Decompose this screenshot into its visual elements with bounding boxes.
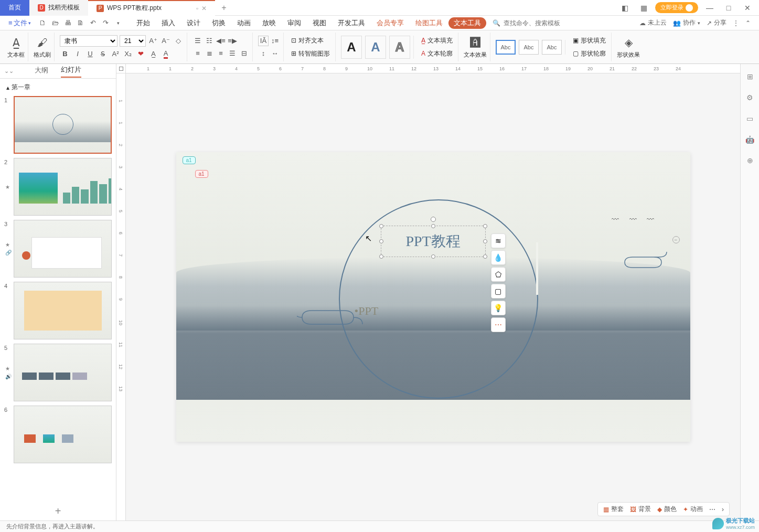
shape-style-2[interactable]: Abc (519, 40, 539, 55)
qat-redo[interactable]: ↷ (100, 17, 112, 29)
more-menu[interactable]: ⋮ (733, 19, 739, 27)
tab-template[interactable]: D 找稻壳模板 (29, 0, 88, 16)
slide-thumb-3[interactable] (14, 220, 112, 278)
smart-shape-button[interactable]: ⊞ 转智能图形 (289, 48, 332, 59)
tab-close-icon[interactable]: ✕ (201, 5, 207, 12)
slide-thumb-5[interactable] (14, 344, 112, 401)
qat-save[interactable]: 🗋 (37, 17, 49, 29)
suite-button[interactable]: ▦整套 (603, 505, 624, 514)
shape-fill-button[interactable]: ▣ 形状填充 (571, 35, 608, 46)
slide-canvas[interactable]: a1 a1 〰 〰 〰 PPT教程 (176, 152, 690, 442)
tab-home[interactable]: 首页 (0, 0, 29, 16)
login-button[interactable]: 立即登录 (655, 2, 698, 13)
rs-slides[interactable]: ▭ (744, 112, 756, 125)
ruler-horizontal[interactable]: 1123456789101112131415161718192021222324 (126, 64, 740, 73)
slide-item-5[interactable]: 5 ★🔊 (4, 344, 112, 401)
menu-tab-drawtools[interactable]: 绘图工具 (410, 16, 448, 30)
sel-handle-bl[interactable] (379, 254, 383, 259)
rs-help[interactable]: ⊕ (744, 154, 756, 167)
slide-thumb-2[interactable] (14, 158, 112, 216)
collapse-ribbon[interactable]: ⌃ (745, 19, 751, 27)
panel-tab-outline[interactable]: 大纲 (35, 66, 48, 77)
align-left[interactable]: ≡ (193, 48, 203, 59)
file-menu[interactable]: ≡ 文件 ▾ (2, 18, 37, 28)
clear-format[interactable]: ◇ (173, 36, 184, 46)
slide-thumb-4[interactable] (14, 282, 112, 339)
menu-tab-design[interactable]: 设计 (181, 16, 206, 30)
font-color2-button[interactable]: A (161, 49, 171, 59)
shape-style-3[interactable]: Abc (542, 40, 562, 55)
distribute[interactable]: ⊟ (239, 48, 249, 59)
slide-item-1[interactable]: 1 (4, 96, 112, 154)
slides-list[interactable]: 1 2 ★ 3 ★🔗 4 (0, 96, 116, 502)
slide-item-2[interactable]: 2 ★ (4, 158, 112, 216)
format-painter-button[interactable]: 🖌 格式刷 (34, 35, 51, 59)
more-options[interactable]: ⋯ (709, 506, 715, 513)
menu-tab-slideshow[interactable]: 放映 (256, 16, 282, 30)
italic-button[interactable]: I (72, 49, 83, 59)
search-box[interactable]: 🔍 (493, 19, 566, 27)
float-eyedropper[interactable]: 💧 (491, 250, 506, 265)
layout-icon[interactable]: ◧ (617, 1, 632, 15)
animation-button[interactable]: ✦动画 (683, 505, 703, 514)
share-button[interactable]: ↗ 分享 (707, 18, 726, 27)
underline-button[interactable]: U (85, 49, 95, 59)
panel-collapse[interactable]: ⌄⌄ (4, 68, 14, 75)
rotation-handle[interactable] (431, 217, 436, 222)
panel-tab-slides[interactable]: 幻灯片 (61, 65, 81, 78)
text-outline-button[interactable]: A 文本轮廓 (419, 48, 455, 59)
rs-design[interactable]: ⊞ (744, 70, 756, 83)
apps-icon[interactable]: ▦ (636, 1, 651, 15)
rs-settings[interactable]: ⚙ (744, 91, 756, 104)
menu-tab-transition[interactable]: 切换 (206, 16, 231, 30)
indent-dec[interactable]: ◀≡ (216, 36, 226, 46)
menu-tab-member[interactable]: 会员专享 (371, 16, 410, 30)
float-frame[interactable]: ▢ (491, 284, 506, 299)
strike-button[interactable]: S̶ (98, 49, 108, 59)
shape-style-1[interactable]: Abc (496, 40, 516, 55)
menu-tab-start[interactable]: 开始 (131, 16, 156, 30)
indent-inc[interactable]: ≡▶ (227, 36, 238, 46)
textbox-button[interactable]: A̲ 文本框 (7, 35, 25, 59)
background-button[interactable]: 🖼背景 (630, 505, 651, 514)
color-button[interactable]: ◆颜色 (657, 505, 677, 514)
float-more[interactable]: ⋯ (491, 317, 506, 332)
title-text[interactable]: PPT教程 (405, 231, 460, 251)
next-button[interactable]: › (722, 506, 724, 513)
align-right[interactable]: ≡ (216, 48, 226, 59)
menu-tab-review[interactable]: 审阅 (282, 16, 307, 30)
section-header[interactable]: ▴ 第一章 (0, 79, 116, 96)
wordart-style-3[interactable]: A (389, 36, 410, 59)
ruler-vertical[interactable]: 112345678910111213 (116, 73, 126, 520)
sel-handle-tm[interactable] (431, 224, 435, 228)
tab-expand-icon[interactable]: ▫ (196, 5, 198, 12)
float-shape[interactable]: ⬠ (491, 267, 506, 282)
highlight-button[interactable]: A̲ (148, 49, 158, 59)
align-center[interactable]: ≣ (204, 48, 215, 59)
sel-handle-bm[interactable] (431, 254, 435, 259)
qat-dropdown[interactable]: ▾ (113, 17, 124, 29)
char-spacing[interactable]: ↔ (270, 48, 280, 59)
menu-tab-animation[interactable]: 动画 (231, 16, 256, 30)
sel-handle-ml[interactable] (379, 239, 383, 243)
sel-handle-tr[interactable] (483, 224, 487, 228)
slide-item-3[interactable]: 3 ★🔗 (4, 220, 112, 278)
slide-item-6[interactable]: 6 (4, 406, 112, 463)
spacing-h[interactable]: ↕ (258, 48, 269, 59)
rs-ai[interactable]: 🤖 (744, 133, 756, 146)
search-input[interactable] (504, 19, 566, 27)
sel-handle-tl[interactable] (379, 224, 383, 228)
comment-tag-2[interactable]: a1 (195, 170, 208, 178)
tab-add[interactable]: + (215, 3, 232, 13)
slide-thumb-1[interactable] (14, 96, 112, 154)
menu-tab-insert[interactable]: 插入 (156, 16, 181, 30)
add-slide-button[interactable]: + (0, 502, 116, 520)
menu-tab-devtools[interactable]: 开发工具 (332, 16, 371, 30)
subscript-button[interactable]: X₂ (123, 49, 133, 59)
menu-tab-view[interactable]: 视图 (307, 16, 332, 30)
number-button[interactable]: ☷ (204, 36, 215, 46)
float-layers[interactable]: ≋ (491, 233, 506, 248)
qat-print[interactable]: 🖶 (62, 17, 74, 29)
zoom-out-button[interactable]: − (672, 236, 680, 243)
slide-thumb-6[interactable] (14, 406, 112, 463)
